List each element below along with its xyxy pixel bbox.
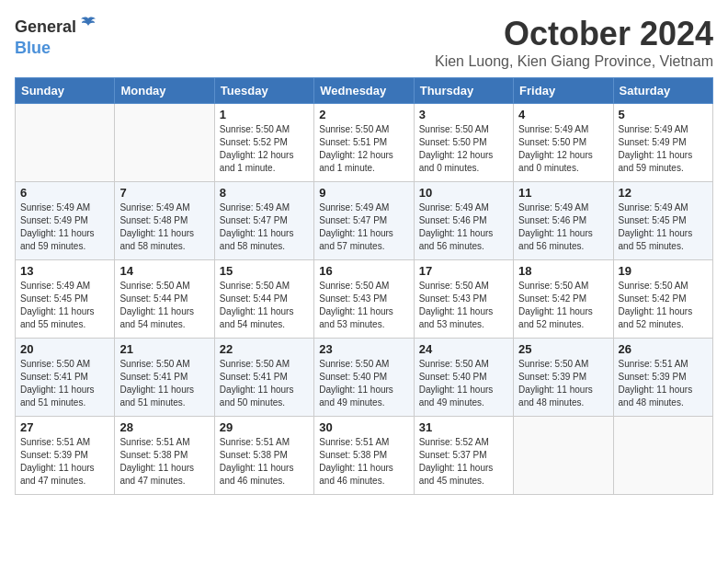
weekday-header-sunday: Sunday bbox=[16, 78, 115, 104]
calendar-week-row: 27Sunrise: 5:51 AM Sunset: 5:39 PM Dayli… bbox=[16, 417, 713, 495]
calendar-cell: 31Sunrise: 5:52 AM Sunset: 5:37 PM Dayli… bbox=[414, 417, 513, 495]
day-number: 4 bbox=[518, 108, 608, 121]
cell-info: Sunrise: 5:49 AM Sunset: 5:47 PM Dayligh… bbox=[220, 201, 309, 253]
weekday-header-row: SundayMondayTuesdayWednesdayThursdayFrid… bbox=[16, 78, 713, 104]
calendar-week-row: 1Sunrise: 5:50 AM Sunset: 5:52 PM Daylig… bbox=[16, 104, 713, 182]
day-number: 28 bbox=[119, 420, 209, 434]
cell-info: Sunrise: 5:51 AM Sunset: 5:38 PM Dayligh… bbox=[319, 436, 408, 488]
calendar-cell: 1Sunrise: 5:50 AM Sunset: 5:52 PM Daylig… bbox=[214, 104, 313, 182]
logo: General Blue bbox=[15, 15, 98, 58]
calendar-cell: 15Sunrise: 5:50 AM Sunset: 5:44 PM Dayli… bbox=[214, 260, 313, 339]
day-number: 22 bbox=[220, 342, 309, 356]
cell-info: Sunrise: 5:49 AM Sunset: 5:48 PM Dayligh… bbox=[119, 201, 209, 253]
calendar-cell: 5Sunrise: 5:49 AM Sunset: 5:49 PM Daylig… bbox=[613, 104, 712, 182]
cell-info: Sunrise: 5:50 AM Sunset: 5:44 PM Dayligh… bbox=[220, 280, 309, 331]
weekday-header-wednesday: Wednesday bbox=[314, 78, 414, 104]
day-number: 6 bbox=[20, 186, 109, 200]
calendar-cell: 19Sunrise: 5:50 AM Sunset: 5:42 PM Dayli… bbox=[613, 260, 712, 339]
day-number: 13 bbox=[20, 264, 109, 278]
cell-info: Sunrise: 5:50 AM Sunset: 5:44 PM Dayligh… bbox=[119, 280, 209, 331]
weekday-header-tuesday: Tuesday bbox=[214, 78, 313, 104]
day-number: 31 bbox=[419, 420, 508, 434]
day-number: 19 bbox=[619, 264, 708, 278]
calendar-cell: 6Sunrise: 5:49 AM Sunset: 5:49 PM Daylig… bbox=[16, 182, 115, 260]
calendar-cell: 7Sunrise: 5:49 AM Sunset: 5:48 PM Daylig… bbox=[115, 182, 214, 260]
calendar-cell: 4Sunrise: 5:49 AM Sunset: 5:50 PM Daylig… bbox=[514, 104, 613, 182]
cell-info: Sunrise: 5:50 AM Sunset: 5:50 PM Dayligh… bbox=[419, 123, 508, 175]
calendar-week-row: 6Sunrise: 5:49 AM Sunset: 5:49 PM Daylig… bbox=[16, 182, 713, 260]
day-number: 10 bbox=[419, 186, 508, 200]
calendar-cell: 30Sunrise: 5:51 AM Sunset: 5:38 PM Dayli… bbox=[314, 417, 414, 495]
day-number: 12 bbox=[619, 186, 708, 200]
day-number: 18 bbox=[518, 264, 608, 278]
cell-info: Sunrise: 5:50 AM Sunset: 5:42 PM Dayligh… bbox=[619, 280, 708, 331]
cell-info: Sunrise: 5:49 AM Sunset: 5:49 PM Dayligh… bbox=[619, 123, 708, 175]
cell-info: Sunrise: 5:51 AM Sunset: 5:39 PM Dayligh… bbox=[619, 358, 708, 409]
calendar-cell: 22Sunrise: 5:50 AM Sunset: 5:41 PM Dayli… bbox=[214, 339, 313, 417]
day-number: 14 bbox=[119, 264, 209, 278]
cell-info: Sunrise: 5:50 AM Sunset: 5:40 PM Dayligh… bbox=[319, 358, 408, 409]
day-number: 23 bbox=[319, 342, 408, 356]
logo-bird-icon bbox=[78, 15, 98, 39]
cell-info: Sunrise: 5:51 AM Sunset: 5:38 PM Dayligh… bbox=[119, 436, 209, 488]
calendar-week-row: 13Sunrise: 5:49 AM Sunset: 5:45 PM Dayli… bbox=[16, 260, 713, 339]
day-number: 8 bbox=[220, 186, 309, 200]
cell-info: Sunrise: 5:50 AM Sunset: 5:39 PM Dayligh… bbox=[518, 358, 608, 409]
calendar-cell: 16Sunrise: 5:50 AM Sunset: 5:43 PM Dayli… bbox=[314, 260, 414, 339]
calendar-cell: 9Sunrise: 5:49 AM Sunset: 5:47 PM Daylig… bbox=[314, 182, 414, 260]
weekday-header-thursday: Thursday bbox=[414, 78, 513, 104]
calendar-cell: 21Sunrise: 5:50 AM Sunset: 5:41 PM Dayli… bbox=[115, 339, 214, 417]
cell-info: Sunrise: 5:50 AM Sunset: 5:51 PM Dayligh… bbox=[319, 123, 408, 175]
cell-info: Sunrise: 5:49 AM Sunset: 5:46 PM Dayligh… bbox=[518, 201, 608, 253]
day-number: 11 bbox=[518, 186, 608, 200]
day-number: 1 bbox=[220, 108, 309, 121]
day-number: 29 bbox=[220, 420, 309, 434]
calendar-cell: 24Sunrise: 5:50 AM Sunset: 5:40 PM Dayli… bbox=[414, 339, 513, 417]
day-number: 9 bbox=[319, 186, 408, 200]
weekday-header-monday: Monday bbox=[115, 78, 214, 104]
calendar-table: SundayMondayTuesdayWednesdayThursdayFrid… bbox=[15, 77, 713, 495]
calendar-cell: 29Sunrise: 5:51 AM Sunset: 5:38 PM Dayli… bbox=[214, 417, 313, 495]
calendar-cell: 14Sunrise: 5:50 AM Sunset: 5:44 PM Dayli… bbox=[115, 260, 214, 339]
cell-info: Sunrise: 5:52 AM Sunset: 5:37 PM Dayligh… bbox=[419, 436, 508, 488]
cell-info: Sunrise: 5:50 AM Sunset: 5:41 PM Dayligh… bbox=[119, 358, 209, 409]
logo-general: General bbox=[15, 17, 76, 37]
calendar-cell: 23Sunrise: 5:50 AM Sunset: 5:40 PM Dayli… bbox=[314, 339, 414, 417]
day-number: 17 bbox=[419, 264, 508, 278]
calendar-cell: 11Sunrise: 5:49 AM Sunset: 5:46 PM Dayli… bbox=[514, 182, 613, 260]
calendar-cell: 12Sunrise: 5:49 AM Sunset: 5:45 PM Dayli… bbox=[613, 182, 712, 260]
day-number: 21 bbox=[119, 342, 209, 356]
cell-info: Sunrise: 5:49 AM Sunset: 5:50 PM Dayligh… bbox=[518, 123, 608, 175]
cell-info: Sunrise: 5:50 AM Sunset: 5:43 PM Dayligh… bbox=[319, 280, 408, 331]
cell-info: Sunrise: 5:49 AM Sunset: 5:47 PM Dayligh… bbox=[319, 201, 408, 253]
day-number: 16 bbox=[319, 264, 408, 278]
calendar-cell: 28Sunrise: 5:51 AM Sunset: 5:38 PM Dayli… bbox=[115, 417, 214, 495]
calendar-cell: 20Sunrise: 5:50 AM Sunset: 5:41 PM Dayli… bbox=[16, 339, 115, 417]
cell-info: Sunrise: 5:50 AM Sunset: 5:40 PM Dayligh… bbox=[419, 358, 508, 409]
cell-info: Sunrise: 5:50 AM Sunset: 5:43 PM Dayligh… bbox=[419, 280, 508, 331]
cell-info: Sunrise: 5:50 AM Sunset: 5:52 PM Dayligh… bbox=[220, 123, 309, 175]
calendar-cell: 3Sunrise: 5:50 AM Sunset: 5:50 PM Daylig… bbox=[414, 104, 513, 182]
cell-info: Sunrise: 5:50 AM Sunset: 5:41 PM Dayligh… bbox=[220, 358, 309, 409]
day-number: 25 bbox=[518, 342, 608, 356]
cell-info: Sunrise: 5:51 AM Sunset: 5:38 PM Dayligh… bbox=[220, 436, 309, 488]
cell-info: Sunrise: 5:49 AM Sunset: 5:49 PM Dayligh… bbox=[20, 201, 109, 253]
calendar-cell bbox=[16, 104, 115, 182]
calendar-cell bbox=[514, 417, 613, 495]
logo-blue: Blue bbox=[15, 39, 51, 58]
month-title: October 2024 bbox=[435, 15, 713, 53]
location-title: Kien Luong, Kien Giang Province, Vietnam bbox=[435, 53, 713, 70]
day-number: 3 bbox=[419, 108, 508, 121]
calendar-cell: 17Sunrise: 5:50 AM Sunset: 5:43 PM Dayli… bbox=[414, 260, 513, 339]
day-number: 7 bbox=[119, 186, 209, 200]
day-number: 30 bbox=[319, 420, 408, 434]
calendar-cell: 2Sunrise: 5:50 AM Sunset: 5:51 PM Daylig… bbox=[314, 104, 414, 182]
cell-info: Sunrise: 5:49 AM Sunset: 5:45 PM Dayligh… bbox=[619, 201, 708, 253]
calendar-cell: 10Sunrise: 5:49 AM Sunset: 5:46 PM Dayli… bbox=[414, 182, 513, 260]
cell-info: Sunrise: 5:51 AM Sunset: 5:39 PM Dayligh… bbox=[20, 436, 109, 488]
calendar-cell: 8Sunrise: 5:49 AM Sunset: 5:47 PM Daylig… bbox=[214, 182, 313, 260]
calendar-week-row: 20Sunrise: 5:50 AM Sunset: 5:41 PM Dayli… bbox=[16, 339, 713, 417]
day-number: 24 bbox=[419, 342, 508, 356]
day-number: 26 bbox=[619, 342, 708, 356]
day-number: 27 bbox=[20, 420, 109, 434]
